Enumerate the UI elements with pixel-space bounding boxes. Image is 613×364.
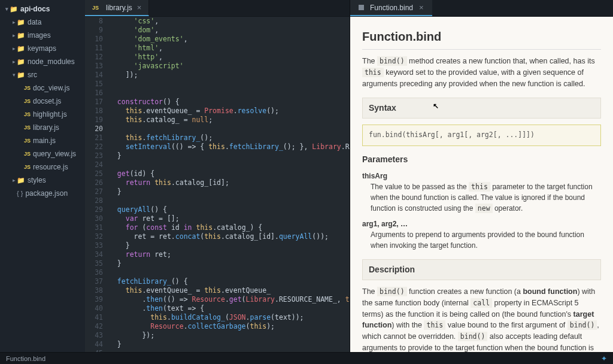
tree-file-resource-js[interactable]: JSresource.js (0, 160, 85, 174)
syntax-code: fun.bind(thisArg[, arg1[, arg2[, ...]]]) (362, 125, 601, 145)
status-bar: Function.bind ✦ (0, 352, 613, 364)
file-tree-sidebar[interactable]: ▾📁api-docs▸📁data▸📁images▸📁keymaps▸📁node_… (0, 0, 85, 352)
tab-library-js[interactable]: JS library.js × (85, 0, 149, 16)
description-body: The bind() function creates a new functi… (362, 286, 601, 352)
doc-body[interactable]: Function.bindThe bind() method creates a… (350, 17, 613, 352)
tree-folder-src[interactable]: ▾📁src (0, 68, 85, 81)
tree-file-docset-js[interactable]: JSdocset.js (0, 95, 85, 108)
tree-file-library-js[interactable]: JSlibrary.js (0, 121, 85, 134)
tree-file-main-js[interactable]: JSmain.js (0, 134, 85, 147)
status-left: Function.bind (6, 355, 45, 362)
tree-folder-keymaps[interactable]: ▸📁keymaps (0, 42, 85, 55)
code-lines[interactable]: 'css', 'dom', 'dom_events', 'html', 'htt… (109, 17, 350, 352)
tree-folder-styles[interactable]: ▸📁styles (0, 174, 85, 187)
param-desc: Arguments to prepend to arguments provid… (371, 229, 601, 251)
param-desc: The value to be passed as the this param… (371, 181, 601, 214)
syntax-heading: Syntax↖ (362, 98, 601, 119)
tab-label: Function.bind (370, 4, 413, 12)
parameters-list: thisArgThe value to be passed as the thi… (362, 171, 601, 251)
doc-title: Function.bind (362, 28, 601, 50)
tree-file-package-json[interactable]: { }package.json (0, 187, 85, 200)
close-icon[interactable]: × (419, 3, 424, 12)
cursor-icon: ↖ (433, 101, 439, 111)
doc-panel: Function.bind × Function.bindThe bind() … (350, 0, 613, 352)
editor-area: JS library.js × 891011121314151617181920… (85, 0, 350, 352)
code-editor[interactable]: 8910111213141516171819202122232425262728… (85, 17, 350, 352)
tree-folder-node_modules[interactable]: ▸📁node_modules (0, 55, 85, 68)
tree-file-highlight-js[interactable]: JShighlight.js (0, 108, 85, 121)
doc-icon (359, 5, 364, 10)
tab-function-bind[interactable]: Function.bind × (350, 0, 432, 16)
tree-folder-images[interactable]: ▸📁images (0, 29, 85, 42)
close-icon[interactable]: × (137, 3, 142, 12)
tree-folder-data[interactable]: ▸📁data (0, 16, 85, 29)
notification-icon[interactable]: ✦ (601, 354, 607, 363)
editor-tabbar: JS library.js × (85, 0, 350, 17)
tree-root[interactable]: ▾📁api-docs (0, 2, 85, 16)
param-name: arg1, arg2, … (362, 219, 601, 229)
doc-intro: The bind() method creates a new function… (362, 56, 601, 89)
line-gutter: 8910111213141516171819202122232425262728… (85, 17, 109, 352)
js-icon: JS (92, 5, 99, 11)
tree-file-query_view-js[interactable]: JSquery_view.js (0, 147, 85, 160)
tree-file-doc_view-js[interactable]: JSdoc_view.js (0, 81, 85, 95)
tab-label: library.js (106, 4, 132, 12)
parameters-heading: Parameters (362, 153, 601, 166)
param-name: thisArg (362, 171, 601, 181)
description-heading: Description (362, 259, 601, 280)
doc-tabbar: Function.bind × (350, 0, 613, 17)
